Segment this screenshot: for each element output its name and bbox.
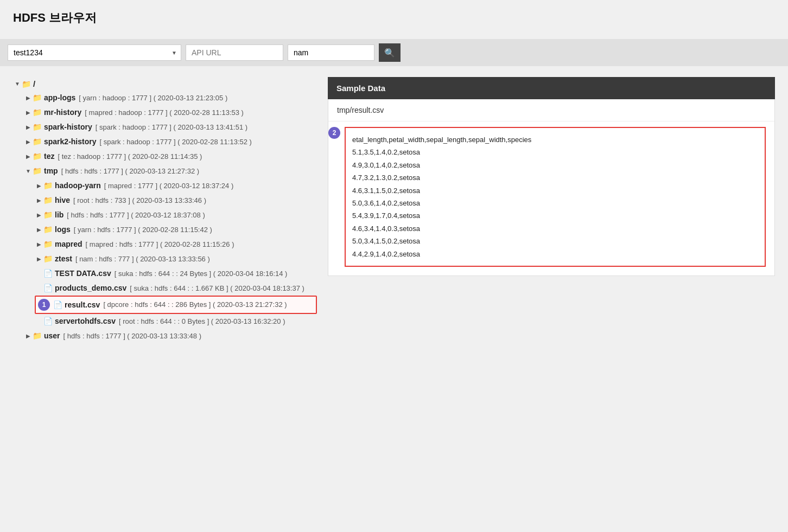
file-icon: 📄 bbox=[53, 299, 62, 311]
item-meta: [ dpcore : hdfs : 644 : : 286 Bytes ] ( … bbox=[103, 299, 287, 310]
folder-icon: 📁 bbox=[33, 136, 42, 148]
folder-icon: 📁 bbox=[43, 195, 53, 206]
toggle-icon: ▶ bbox=[24, 123, 33, 131]
item-name: lib bbox=[55, 209, 63, 221]
folder-icon: 📁 bbox=[33, 107, 42, 118]
item-name: hadoop-yarn bbox=[55, 180, 101, 191]
root-label: / bbox=[33, 79, 35, 88]
search-button[interactable]: 🔍 bbox=[379, 43, 401, 62]
toggle-icon: ▶ bbox=[24, 108, 33, 117]
data-line: 4.7,3.2,1.3,0.2,setosa bbox=[352, 171, 758, 184]
tree-row-hive[interactable]: ▶ 📁 hive [ root : hdfs : 733 ] ( 2020-03… bbox=[35, 193, 317, 208]
item-name: tez bbox=[44, 151, 54, 162]
badge-2: 2 bbox=[328, 127, 340, 139]
tree-row[interactable]: ▶ 📁 spark2-history [ spark : hadoop : 17… bbox=[24, 134, 317, 149]
item-name: logs bbox=[55, 224, 71, 235]
folder-icon: 📁 bbox=[43, 224, 53, 235]
item-meta: [ hdfs : hdfs : 1777 ] ( 2020-03-13 13:3… bbox=[63, 331, 201, 342]
tree-row[interactable]: ▶ 📁 user [ hdfs : hdfs : 1777 ] ( 2020-0… bbox=[24, 329, 317, 343]
folder-icon: 📁 bbox=[43, 180, 53, 191]
file-icon: 📄 bbox=[43, 268, 53, 279]
tree-row[interactable]: 📄 products_demo.csv [ suka : hdfs : 644 … bbox=[35, 281, 317, 296]
toggle-icon: ▶ bbox=[24, 138, 33, 146]
item-meta: [ root : hdfs : 733 ] ( 2020-03-13 13:33… bbox=[73, 195, 206, 206]
item-name: TEST DATA.csv bbox=[55, 268, 111, 279]
item-name: result.csv bbox=[65, 299, 100, 311]
toggle-icon: ▶ bbox=[35, 240, 43, 248]
data-line: 4.4,2.9,1.4,0.2,setosa bbox=[352, 248, 758, 260]
toggle-icon bbox=[35, 317, 43, 325]
data-line: 4.6,3.1,1.5,0.2,setosa bbox=[352, 184, 758, 197]
data-line: 5.0,3.6,1.4,0.2,setosa bbox=[352, 197, 758, 209]
tree-row[interactable]: ▶ 📁 tez [ tez : hadoop : 1777 ] ( 2020-0… bbox=[24, 149, 317, 164]
toggle-icon: ▶ bbox=[35, 182, 43, 190]
file-icon: 📄 bbox=[43, 283, 53, 294]
tree-row[interactable]: ▶ 📁 spark-history [ spark : hadoop : 177… bbox=[24, 120, 317, 134]
item-meta: [ tez : hadoop : 1777 ] ( 2020-02-28 11:… bbox=[58, 151, 202, 162]
folder-icon: 📁 bbox=[33, 330, 42, 342]
main-content: ▼ 📁 / ▶ 📁 app-logs [ yarn : hadoop : 177… bbox=[0, 66, 788, 354]
item-meta: [ hdfs : hdfs : 1777 ] ( 2020-03-13 21:2… bbox=[61, 166, 199, 177]
item-name: app-logs bbox=[44, 92, 75, 104]
sample-filename: tmp/result.csv bbox=[328, 99, 774, 121]
item-meta: [ mapred : hdfs : 1777 ] ( 2020-02-28 11… bbox=[86, 239, 234, 250]
item-name: spark-history bbox=[44, 121, 92, 133]
folder-icon: 📁 bbox=[33, 165, 42, 177]
tree-root[interactable]: ▼ 📁 / bbox=[13, 77, 317, 91]
item-meta: [ mapred : 1777 ] ( 2020-03-12 18:37:24 … bbox=[104, 181, 234, 191]
tree-row-result-csv[interactable]: 1 📄 result.csv [ dpcore : hdfs : 644 : :… bbox=[35, 296, 317, 314]
toggle-icon bbox=[35, 270, 43, 278]
toggle-icon: ▼ bbox=[24, 167, 33, 175]
sample-data-section: 2 etal_length,petal_width,sepal_length,s… bbox=[328, 121, 774, 275]
nam-input[interactable] bbox=[288, 44, 374, 61]
item-meta: [ hdfs : hdfs : 1777 ] ( 2020-03-12 18:3… bbox=[67, 210, 205, 221]
cluster-select[interactable]: test1234 bbox=[8, 44, 181, 61]
root-children: ▶ 📁 app-logs [ yarn : hadoop : 1777 ] ( … bbox=[13, 91, 317, 343]
data-line: 4.9,3.0,1.4,0.2,setosa bbox=[352, 159, 758, 171]
item-name: mapred bbox=[55, 239, 82, 250]
item-name: tmp bbox=[44, 165, 58, 177]
toggle-icon: ▶ bbox=[35, 196, 43, 204]
item-meta: [ suka : hdfs : 644 : : 24 Bytes ] ( 202… bbox=[115, 268, 288, 279]
toggle-icon: ▶ bbox=[24, 94, 33, 102]
api-url-input[interactable] bbox=[186, 44, 283, 61]
item-name: hive bbox=[55, 195, 70, 206]
page-header: HDFS 브라우저 bbox=[0, 0, 788, 39]
folder-icon: 📁 bbox=[33, 151, 42, 162]
item-name: spark2-history bbox=[44, 136, 96, 148]
item-name: user bbox=[44, 330, 60, 342]
tree-row[interactable]: 📄 TEST DATA.csv [ suka : hdfs : 644 : : … bbox=[35, 266, 317, 281]
data-line: 5.4,3.9,1.7,0.4,setosa bbox=[352, 209, 758, 222]
toggle-icon: ▶ bbox=[35, 211, 43, 219]
toggle-icon: ▶ bbox=[35, 226, 43, 234]
item-meta: [ spark : hadoop : 1777 ] ( 2020-03-13 1… bbox=[96, 122, 247, 133]
badge-1: 1 bbox=[38, 299, 50, 311]
sample-panel-title: Sample Data bbox=[328, 77, 775, 99]
tree-row[interactable]: ▶ 📁 app-logs [ yarn : hadoop : 1777 ] ( … bbox=[24, 91, 317, 105]
tree-row[interactable]: ▶ 📁 lib [ hdfs : hdfs : 1777 ] ( 2020-03… bbox=[35, 208, 317, 222]
data-line: 4.6,3.4,1.4,0.3,setosa bbox=[352, 222, 758, 235]
data-line: 5.1,3.5,1.4,0.2,setosa bbox=[352, 146, 758, 158]
file-tree: ▼ 📁 / ▶ 📁 app-logs [ yarn : hadoop : 177… bbox=[13, 77, 317, 343]
item-name: ztest bbox=[55, 253, 72, 265]
item-meta: [ yarn : hdfs : 1777 ] ( 2020-02-28 11:1… bbox=[74, 225, 212, 235]
tree-row[interactable]: ▶ 📁 mapred [ mapred : hdfs : 1777 ] ( 20… bbox=[35, 237, 317, 252]
folder-icon: 📁 bbox=[43, 239, 53, 250]
cluster-select-wrapper: test1234 bbox=[8, 44, 181, 61]
tree-row[interactable]: ▶ 📁 ztest [ nam : hdfs : 777 ] ( 2020-03… bbox=[35, 252, 317, 266]
tree-row[interactable]: ▶ 📁 logs [ yarn : hdfs : 1777 ] ( 2020-0… bbox=[35, 222, 317, 237]
tree-row[interactable]: ▼ 📁 tmp [ hdfs : hdfs : 1777 ] ( 2020-03… bbox=[24, 164, 317, 178]
item-meta: [ nam : hdfs : 777 ] ( 2020-03-13 13:33:… bbox=[75, 254, 210, 265]
sample-panel-body: tmp/result.csv 2 etal_length,petal_width… bbox=[328, 99, 775, 276]
tree-row[interactable]: 📄 servertohdfs.csv [ root : hdfs : 644 :… bbox=[35, 314, 317, 329]
tree-row[interactable]: ▶ 📁 hadoop-yarn [ mapred : 1777 ] ( 2020… bbox=[35, 178, 317, 193]
item-name: servertohdfs.csv bbox=[55, 316, 116, 327]
toggle-icon: ▶ bbox=[24, 332, 33, 340]
sample-panel: Sample Data tmp/result.csv 2 etal_length… bbox=[328, 77, 775, 276]
toggle-icon bbox=[35, 284, 43, 292]
tree-row[interactable]: ▶ 📁 mr-history [ mapred : hadoop : 1777 … bbox=[24, 105, 317, 120]
folder-icon: 📁 bbox=[33, 121, 42, 133]
item-meta: [ yarn : hadoop : 1777 ] ( 2020-03-13 21… bbox=[79, 93, 227, 104]
item-meta: [ spark : hadoop : 1777 ] ( 2020-02-28 1… bbox=[99, 137, 251, 148]
toggle-icon: ▶ bbox=[24, 152, 33, 161]
